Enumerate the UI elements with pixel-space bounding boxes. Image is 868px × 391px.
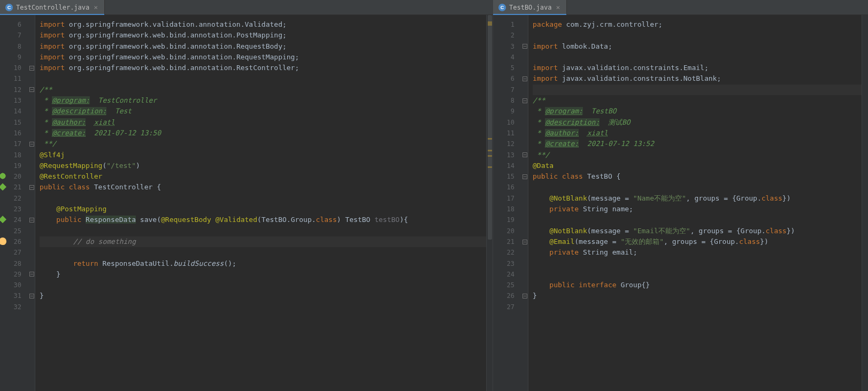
code-line[interactable]: @NotBlank(message = "Email不能为空", groups … bbox=[533, 226, 862, 236]
fold-column-right[interactable] bbox=[522, 15, 528, 391]
code-line[interactable]: import lombok.Data; bbox=[533, 41, 862, 52]
code-line[interactable] bbox=[533, 182, 862, 193]
code-line[interactable]: private String name; bbox=[533, 204, 862, 214]
code-line[interactable]: package com.zyj.crm.controller; bbox=[533, 19, 862, 30]
code-line[interactable]: import javax.validation.constraints.Emai… bbox=[533, 63, 862, 73]
code-line[interactable]: @Slf4j bbox=[40, 150, 486, 160]
code-line[interactable]: @Data bbox=[533, 160, 862, 171]
code-line[interactable]: * @create: 2021-07-12 13:52 bbox=[533, 139, 862, 149]
line-number: 12 bbox=[0, 85, 21, 95]
fold-marker bbox=[29, 258, 35, 269]
code-line[interactable] bbox=[40, 193, 486, 204]
close-icon[interactable]: × bbox=[93, 3, 99, 11]
code-line[interactable]: public ResponseData save(@RequestBody @V… bbox=[40, 214, 486, 225]
bulb-icon[interactable] bbox=[0, 237, 6, 245]
code-line[interactable]: **/ bbox=[40, 139, 486, 149]
tab-testcontroller[interactable]: C TestController.java × bbox=[0, 0, 105, 14]
code-line[interactable]: * @author: xiatl bbox=[533, 128, 862, 139]
fold-marker bbox=[29, 160, 35, 171]
scrollbar-thumb[interactable] bbox=[488, 15, 492, 240]
code-line[interactable]: * @create: 2021-07-12 13:50 bbox=[40, 128, 486, 139]
fold-marker[interactable] bbox=[522, 171, 528, 182]
code-line[interactable]: public class TestBO { bbox=[533, 171, 862, 182]
code-line[interactable]: import javax.validation.constraints.NotB… bbox=[533, 73, 862, 84]
code-line[interactable] bbox=[40, 73, 486, 84]
code-line[interactable]: * @program: TestController bbox=[40, 95, 486, 106]
fold-marker[interactable] bbox=[522, 95, 528, 106]
code-line[interactable]: private String email; bbox=[533, 247, 862, 258]
code-line[interactable] bbox=[533, 214, 862, 225]
line-number: 6 bbox=[493, 73, 514, 84]
code-line[interactable]: @RestController bbox=[40, 171, 486, 182]
fold-marker bbox=[29, 95, 35, 106]
code-line[interactable]: } bbox=[533, 290, 862, 301]
fold-marker[interactable] bbox=[29, 214, 35, 225]
bean-icon[interactable] bbox=[0, 183, 6, 190]
code-line[interactable]: @PostMapping bbox=[40, 204, 486, 214]
code-line[interactable] bbox=[533, 52, 862, 63]
fold-marker[interactable] bbox=[29, 182, 35, 193]
fold-marker[interactable] bbox=[522, 41, 528, 52]
fold-marker[interactable] bbox=[522, 236, 528, 247]
code-line[interactable] bbox=[533, 302, 862, 312]
code-line[interactable]: public interface Group{} bbox=[533, 280, 862, 290]
line-number: 29 bbox=[0, 269, 21, 280]
code-line[interactable]: @Email(message = "无效的邮箱", groups = {Grou… bbox=[533, 236, 862, 247]
code-line[interactable]: import org.springframework.web.bind.anno… bbox=[40, 41, 486, 52]
code-line[interactable]: } bbox=[40, 290, 486, 301]
scrollbar-left[interactable] bbox=[487, 15, 493, 391]
fold-column-left[interactable] bbox=[29, 15, 35, 391]
code-line[interactable] bbox=[40, 226, 486, 236]
code-right[interactable]: package com.zyj.crm.controller; import l… bbox=[528, 15, 862, 391]
fold-marker bbox=[522, 128, 528, 139]
spring-icon[interactable] bbox=[0, 172, 6, 180]
fold-marker bbox=[522, 247, 528, 258]
line-number: 14 bbox=[493, 160, 514, 171]
code-line[interactable]: * @description: Test bbox=[40, 106, 486, 117]
fold-marker bbox=[522, 204, 528, 214]
code-line[interactable] bbox=[533, 30, 862, 41]
fold-marker[interactable] bbox=[522, 150, 528, 160]
code-line[interactable]: /** bbox=[533, 95, 862, 106]
fold-marker[interactable] bbox=[29, 139, 35, 149]
code-line[interactable]: import org.springframework.web.bind.anno… bbox=[40, 30, 486, 41]
fold-marker bbox=[522, 63, 528, 73]
fold-marker[interactable] bbox=[29, 290, 35, 301]
marker-strip-right[interactable] bbox=[862, 15, 868, 391]
code-line[interactable]: return ResponseDataUtil.buildSuccess(); bbox=[40, 258, 486, 269]
code-line[interactable]: // do something bbox=[40, 236, 486, 247]
fold-marker[interactable] bbox=[522, 73, 528, 84]
editor-right[interactable]: 1234567891011121314151617181920212223242… bbox=[493, 15, 868, 391]
code-line[interactable]: import org.springframework.validation.an… bbox=[40, 19, 486, 30]
code-line[interactable] bbox=[40, 247, 486, 258]
code-line[interactable]: * @program: TestBO bbox=[533, 106, 862, 117]
bean-icon[interactable] bbox=[0, 216, 6, 223]
code-line[interactable]: } bbox=[40, 269, 486, 280]
fold-marker[interactable] bbox=[29, 63, 35, 73]
code-line[interactable]: public class TestController { bbox=[40, 182, 486, 193]
code-line[interactable] bbox=[533, 85, 862, 95]
code-line[interactable] bbox=[533, 269, 862, 280]
editor-left[interactable]: 6789101112131415161718192021222324252627… bbox=[0, 15, 493, 391]
fold-marker[interactable] bbox=[29, 85, 35, 95]
code-line[interactable]: * @description: 测试BO bbox=[533, 117, 862, 128]
fold-marker bbox=[522, 193, 528, 204]
line-number: 10 bbox=[493, 117, 514, 128]
fold-marker bbox=[522, 258, 528, 269]
code-line[interactable]: @RequestMapping("/test") bbox=[40, 160, 486, 171]
code-line[interactable] bbox=[40, 302, 486, 312]
code-line[interactable] bbox=[40, 280, 486, 290]
code-line[interactable]: import org.springframework.web.bind.anno… bbox=[40, 63, 486, 73]
code-line[interactable]: /** bbox=[40, 85, 486, 95]
tab-testbo[interactable]: C TestBO.java × bbox=[493, 0, 567, 14]
line-number: 4 bbox=[493, 52, 514, 63]
code-left[interactable]: import org.springframework.validation.an… bbox=[35, 15, 486, 391]
fold-marker[interactable] bbox=[522, 290, 528, 301]
code-line[interactable]: **/ bbox=[533, 150, 862, 160]
close-icon[interactable]: × bbox=[555, 3, 561, 11]
code-line[interactable]: * @author: xiatl bbox=[40, 117, 486, 128]
code-line[interactable]: import org.springframework.web.bind.anno… bbox=[40, 52, 486, 63]
fold-marker[interactable] bbox=[29, 269, 35, 280]
code-line[interactable] bbox=[533, 258, 862, 269]
code-line[interactable]: @NotBlank(message = "Name不能为空", groups =… bbox=[533, 193, 862, 204]
